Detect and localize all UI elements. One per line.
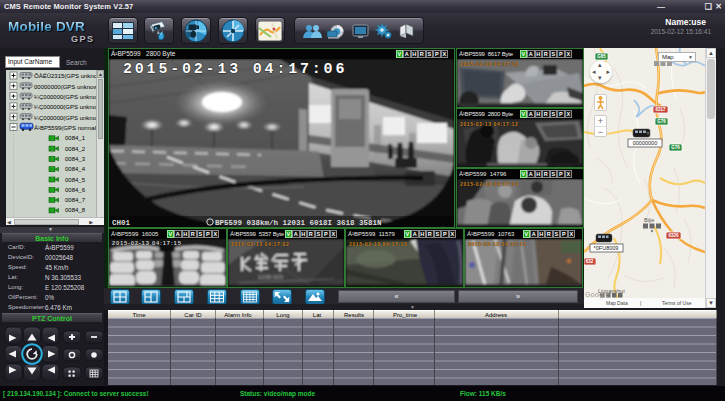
svg-text:¼Ç000000(GPS unknown): ¼Ç000000(GPS unknown) [34, 104, 104, 110]
svg-text:00000000: 00000000 [633, 140, 657, 146]
svg-text:0084_2: 0084_2 [65, 146, 86, 152]
svg-text:1098 605: 1098 605 [258, 274, 284, 280]
svg-text:00000000(GPS unknown): 00000000(GPS unknown) [34, 84, 103, 90]
svg-text:Google: Google [585, 291, 609, 298]
svg-text:*0FU8009: *0FU8009 [594, 245, 619, 251]
svg-text:0084_8: 0084_8 [65, 207, 86, 213]
svg-text:Á¹BP5599(GPS normal): Á¹BP5599(GPS normal) [34, 125, 98, 131]
svg-text:ÔÀÉÙ2315(GPS unknown): ÔÀÉÙ2315(GPS unknown) [34, 73, 104, 79]
svg-text:6326: 6326 [668, 233, 679, 238]
svg-text:¼Ç000000(GPS unknown): ¼Ç000000(GPS unknown) [34, 115, 104, 121]
svg-text:2015-02-13 04:17:06: 2015-02-13 04:17:06 [123, 61, 347, 78]
svg-text:Bijie: Bijie [644, 217, 654, 223]
svg-text:0084_4: 0084_4 [65, 166, 86, 172]
svg-text:CH01: CH01 [112, 219, 131, 227]
svg-text:G85: G85 [597, 54, 606, 59]
svg-text:0084_6: 0084_6 [65, 187, 86, 193]
svg-text:0084_5: 0084_5 [65, 177, 86, 183]
svg-text:6317: 6317 [655, 107, 666, 112]
svg-text:0084_7: 0084_7 [65, 197, 86, 203]
svg-text:632: 632 [586, 259, 594, 264]
svg-text:0084_1: 0084_1 [65, 135, 86, 141]
svg-text:0084_3: 0084_3 [65, 156, 86, 162]
svg-text:BP5599 038km/h 12031 6018I 361: BP5599 038km/h 12031 6018I 3618 3581N [215, 219, 382, 227]
svg-text:G76: G76 [671, 145, 680, 150]
svg-text:G76: G76 [657, 119, 666, 124]
svg-text:¼Ç000000(GPS unknown): ¼Ç000000(GPS unknown) [34, 94, 104, 100]
